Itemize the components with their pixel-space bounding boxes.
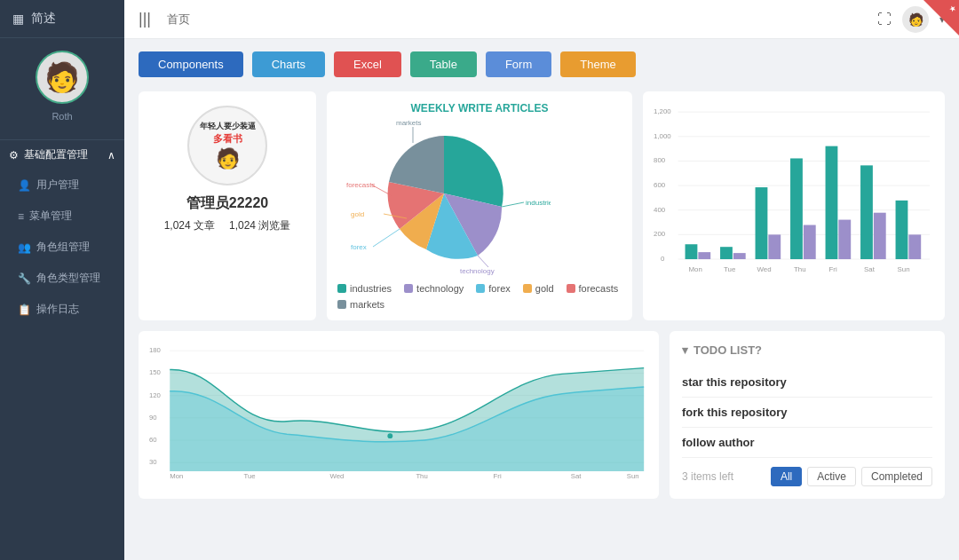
sidebar-item-users[interactable]: 👤 用户管理: [0, 170, 124, 201]
chevron-down-icon: ▾: [682, 343, 688, 357]
svg-text:200: 200: [654, 230, 666, 238]
sidebar-logo-text: 简述: [31, 11, 56, 27]
svg-point-59: [387, 433, 392, 438]
hamburger-icon[interactable]: |||: [139, 10, 151, 28]
pie-chart-legend: industries technology forex gold: [337, 283, 622, 310]
sidebar-item-config[interactable]: ⚙ 基础配置管理 ∧: [0, 140, 124, 170]
svg-text:gold: gold: [351, 210, 364, 218]
legend-dot-markets: [337, 300, 346, 309]
svg-text:30: 30: [149, 458, 157, 466]
svg-text:Fri: Fri: [494, 472, 502, 480]
main-content: ||| 首页 ⛶ 🧑 ▾ ★ Components Charts Excel T…: [124, 0, 959, 560]
legend-industries: industries: [337, 283, 392, 294]
svg-text:Tue: Tue: [724, 265, 736, 273]
todo-item-2: fork this repository: [682, 398, 932, 428]
sidebar-logo[interactable]: ▦ 简述: [0, 0, 124, 38]
tab-components[interactable]: Components: [139, 51, 243, 77]
sidebar-item-menu[interactable]: ≡ 菜单管理: [0, 201, 124, 232]
log-icon: 📋: [18, 304, 31, 316]
svg-line-2: [478, 256, 488, 267]
svg-text:Mon: Mon: [689, 265, 702, 273]
svg-text:0: 0: [661, 255, 665, 263]
gear-icon: ⚙: [9, 149, 19, 162]
svg-text:120: 120: [149, 391, 161, 399]
legend-gold: gold: [523, 283, 554, 294]
grid-icon: ▦: [12, 12, 24, 26]
svg-text:technology: technology: [460, 267, 495, 275]
dashboard-row-1: 年轻人要少装逼 多看书 🧑 管理员22220 1,024 文章 1,024 浏览…: [139, 91, 945, 320]
svg-text:600: 600: [654, 181, 666, 189]
svg-text:800: 800: [654, 156, 666, 164]
sidebar: ▦ 简述 🧑 Roth ⚙ 基础配置管理 ∧ 👤 用户管理 ≡ 菜单管理 👥 角…: [0, 0, 124, 560]
sidebar-username: Roth: [0, 111, 124, 122]
svg-rect-28: [720, 247, 733, 259]
svg-rect-29: [733, 253, 746, 259]
nav-tabs: Components Charts Excel Table Form Theme: [139, 51, 945, 77]
tab-excel[interactable]: Excel: [334, 51, 401, 77]
svg-rect-38: [896, 201, 908, 259]
todo-footer: 3 items left All Active Completed: [682, 467, 932, 486]
svg-text:Thu: Thu: [794, 265, 806, 273]
filter-completed[interactable]: Completed: [861, 467, 932, 486]
svg-text:forex: forex: [351, 243, 367, 251]
profile-stats: 1,024 文章 1,024 浏览量: [164, 218, 291, 233]
todo-card: ▾ TODO LIST? star this repository fork t…: [670, 331, 945, 499]
svg-text:90: 90: [149, 414, 157, 422]
todo-count: 3 items left: [682, 470, 765, 483]
user-icon: 👤: [18, 179, 31, 192]
sidebar-item-role-type[interactable]: 🔧 角色类型管理: [0, 263, 124, 294]
svg-text:Sun: Sun: [627, 472, 639, 480]
legend-dot-technology: [404, 284, 413, 293]
tab-charts[interactable]: Charts: [252, 51, 325, 77]
todo-title: TODO LIST?: [693, 343, 762, 357]
svg-rect-32: [790, 158, 803, 259]
content-area: Components Charts Excel Table Form Theme…: [124, 39, 959, 560]
fullscreen-icon[interactable]: ⛶: [877, 12, 892, 28]
tab-theme[interactable]: Theme: [560, 51, 635, 77]
sidebar-item-logs[interactable]: 📋 操作日志: [0, 294, 124, 325]
profile-name: 管理员22220: [186, 194, 269, 213]
svg-text:Sat: Sat: [571, 472, 582, 480]
svg-rect-34: [826, 146, 838, 259]
topbar: ||| 首页 ⛶ 🧑 ▾ ★: [124, 0, 959, 39]
todo-header: ▾ TODO LIST?: [682, 343, 932, 357]
svg-text:Mon: Mon: [170, 472, 183, 480]
role-icon: 🔧: [18, 272, 31, 285]
svg-line-0: [502, 202, 524, 207]
profile-avatar: 年轻人要少装逼 多看书 🧑: [187, 106, 267, 185]
svg-text:1,000: 1,000: [654, 132, 671, 140]
filter-active[interactable]: Active: [807, 467, 856, 486]
legend-dot-industries: [337, 284, 346, 293]
svg-rect-39: [908, 234, 921, 259]
line-chart-svg: 180 150 120 90 60 30: [149, 342, 648, 484]
svg-text:industries: industries: [526, 199, 551, 207]
svg-text:Wed: Wed: [329, 472, 344, 480]
legend-dot-forecasts: [567, 284, 575, 293]
bar-chart-svg: 1,200 1,000 800 600 400 200 0: [654, 102, 934, 280]
svg-text:forecasts: forecasts: [346, 181, 375, 189]
tab-form[interactable]: Form: [486, 51, 551, 77]
group-icon: 👥: [18, 241, 31, 254]
legend-technology: technology: [404, 283, 464, 294]
tab-table[interactable]: Table: [410, 51, 477, 77]
line-chart-card: 180 150 120 90 60 30: [139, 331, 659, 499]
svg-text:Tue: Tue: [244, 472, 256, 480]
legend-forecasts: forecasts: [567, 283, 619, 294]
svg-text:180: 180: [149, 346, 161, 354]
views-label: 浏览量: [258, 219, 290, 232]
legend-dot-gold: [523, 284, 532, 293]
topbar-avatar[interactable]: 🧑: [902, 6, 929, 33]
sidebar-item-role-group[interactable]: 👥 角色组管理: [0, 232, 124, 263]
articles-count: 1,024: [164, 219, 191, 232]
svg-text:1,200: 1,200: [654, 107, 671, 115]
pie-chart-card: WEEKLY WRITE ARTICLES: [327, 91, 632, 320]
svg-text:60: 60: [149, 436, 157, 444]
views-count: 1,024: [229, 219, 256, 232]
todo-item-3: follow author: [682, 428, 932, 458]
articles-stat: 1,024 文章: [164, 218, 215, 233]
filter-all[interactable]: All: [771, 467, 802, 486]
topbar-actions: ⛶ 🧑 ▾: [877, 6, 945, 33]
profile-card: 年轻人要少装逼 多看书 🧑 管理员22220 1,024 文章 1,024 浏览…: [139, 91, 316, 320]
user-dropdown[interactable]: ▾: [939, 13, 945, 26]
svg-rect-26: [686, 244, 698, 259]
